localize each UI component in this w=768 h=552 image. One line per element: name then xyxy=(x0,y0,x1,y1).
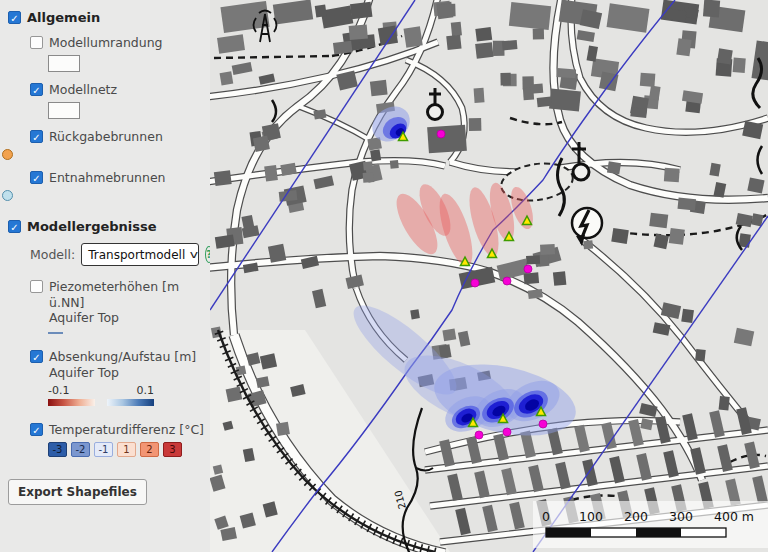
absenkung-color-scale: -0.1 0.1 xyxy=(48,384,154,406)
layer-modellnetz: ✓ Modellnetz xyxy=(30,82,210,97)
blue-gradient-bar xyxy=(107,399,154,406)
temp-class-3: 1 xyxy=(117,442,136,457)
chevron-down-icon: v xyxy=(190,249,198,260)
modellumrandung-label: Modellumrandung xyxy=(49,35,163,50)
modellnetz-checkbox[interactable]: ✓ xyxy=(30,83,43,96)
modellumrandung-symbol xyxy=(48,55,80,72)
modellnetz-symbol xyxy=(48,102,80,119)
layer-piezometerhoehen: Piezometerhöhen [m ü.NN] Aquifer Top xyxy=(30,279,210,326)
temperaturdifferenz-label: Temperaturdifferenz [°C] xyxy=(49,422,204,437)
temp-class-4: 2 xyxy=(140,442,159,457)
absenkung-sublabel: Aquifer Top xyxy=(49,365,119,380)
layer-absenkung: ✓ Absenkung/Aufstau [m] Aquifer Top xyxy=(30,349,210,380)
scale-min-label: -0.1 xyxy=(48,384,69,397)
export-shapefiles-button[interactable]: Export Shapefiles xyxy=(8,479,147,505)
temperature-class-legend: -3 -2 -1 1 2 3 xyxy=(48,442,210,457)
modellnetz-label: Modellnetz xyxy=(49,82,117,97)
layer-rueckgabebrunnen: ✓ Rückgabebrunnen xyxy=(30,129,210,144)
section-allgemein: ✓ Allgemein xyxy=(8,10,202,25)
piezometerhoehen-checkbox[interactable] xyxy=(30,280,43,293)
temp-class-2: -1 xyxy=(94,442,113,457)
model-label: Modell: xyxy=(30,247,75,262)
section-modellergebnisse: ✓ Modellergebnisse xyxy=(8,219,202,234)
return-well-symbol xyxy=(2,149,13,160)
temp-class-1: -2 xyxy=(71,442,90,457)
scale-tick-2: 200 xyxy=(624,509,648,524)
model-select-value: Transportmodell xyxy=(88,248,185,262)
extraction-well-symbol xyxy=(2,190,13,201)
model-select[interactable]: Transportmodell v xyxy=(81,243,199,266)
entnahmebrunnen-label: Entnahmebrunnen xyxy=(49,170,166,185)
section-modellergebnisse-label: Modellergebnisse xyxy=(27,219,157,234)
scale-max-label: 0.1 xyxy=(137,384,155,397)
model-row: Modell: Transportmodell v ? xyxy=(30,243,210,266)
temperaturdifferenz-checkbox[interactable]: ✓ xyxy=(30,423,43,436)
absenkung-label: Absenkung/Aufstau [m] xyxy=(49,349,196,364)
layer-entnahmebrunnen: ✓ Entnahmebrunnen xyxy=(30,170,210,185)
absenkung-checkbox[interactable]: ✓ xyxy=(30,350,43,363)
scale-tick-3: 300 xyxy=(669,509,693,524)
layer-temperaturdifferenz: ✓ Temperaturdifferenz [°C] xyxy=(30,422,210,437)
piezometerhoehen-sublabel: Aquifer Top xyxy=(49,310,119,325)
entnahmebrunnen-checkbox[interactable]: ✓ xyxy=(30,171,43,184)
piezometer-contour-symbol xyxy=(48,332,63,334)
layer-modellumrandung: Modellumrandung xyxy=(30,35,210,50)
app-window: ✓ Allgemein Modellumrandung ✓ Modellnetz… xyxy=(0,0,768,552)
red-gradient-bar xyxy=(48,399,95,406)
scale-tick-4: 400 m xyxy=(714,509,754,524)
modellumrandung-checkbox[interactable] xyxy=(30,36,43,49)
scale-tick-0: 0 xyxy=(542,509,550,524)
scale-tick-1: 100 xyxy=(579,509,603,524)
rueckgabebrunnen-checkbox[interactable]: ✓ xyxy=(30,130,43,143)
layer-panel: ✓ Allgemein Modellumrandung ✓ Modellnetz… xyxy=(0,0,210,552)
rueckgabebrunnen-label: Rückgabebrunnen xyxy=(49,129,163,144)
allgemein-checkbox[interactable]: ✓ xyxy=(8,11,21,24)
scale-bar: 0 100 200 300 400 m xyxy=(533,501,768,548)
map-canvas[interactable]: 210 xyxy=(210,0,768,552)
temp-class-0: -3 xyxy=(48,442,67,457)
modellergebnisse-checkbox[interactable]: ✓ xyxy=(8,220,21,233)
piezometerhoehen-label: Piezometerhöhen [m ü.NN] xyxy=(49,279,179,310)
section-allgemein-label: Allgemein xyxy=(27,10,100,25)
temp-class-5: 3 xyxy=(163,442,182,457)
